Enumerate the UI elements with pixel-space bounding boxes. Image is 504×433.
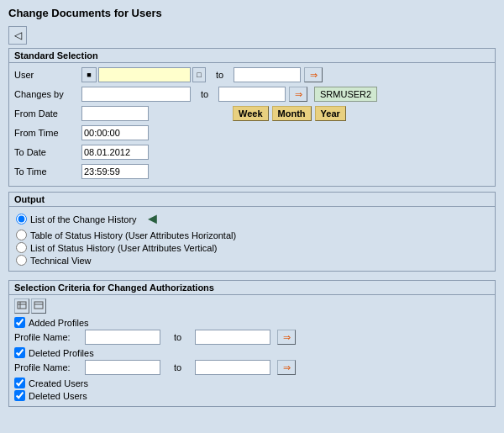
user-copy-button[interactable]: □ xyxy=(192,67,206,82)
deleted-profile-to-label: to xyxy=(167,362,188,372)
to-date-label: To Date xyxy=(14,147,81,157)
criteria-icon-row xyxy=(14,298,490,314)
user-label: User xyxy=(14,70,81,80)
output-label-2: Table of Status History (User Attributes… xyxy=(30,230,236,240)
deleted-profile-name-input[interactable] xyxy=(85,360,160,375)
added-profile-name-input[interactable] xyxy=(85,330,160,345)
deleted-profiles-row: Deleted Profiles xyxy=(14,347,490,358)
deleted-profile-name-label: Profile Name: xyxy=(14,362,81,372)
user-row-right: to ⇒ xyxy=(209,67,323,82)
added-profiles-checkbox[interactable] xyxy=(14,317,25,328)
week-button[interactable]: Week xyxy=(233,106,269,121)
added-profiles-row: Added Profiles xyxy=(14,317,490,328)
changes-by-row-right: to ⇒ SRMUSER2 xyxy=(194,87,377,102)
from-date-input[interactable] xyxy=(81,106,149,121)
user-to-input[interactable] xyxy=(234,67,301,82)
user-input-group: ■ □ xyxy=(81,67,206,82)
criteria-section: Selection Criteria for Changed Authoriza… xyxy=(8,280,496,407)
changes-by-label: Changes by xyxy=(14,89,81,99)
from-time-input[interactable]: 00:00:00 xyxy=(81,125,149,140)
output-radio-2[interactable] xyxy=(16,230,27,240)
changes-by-input[interactable] xyxy=(81,87,191,102)
output-radio-4[interactable] xyxy=(16,255,27,266)
from-time-label: From Time xyxy=(14,128,81,138)
output-label-4: Technical View xyxy=(30,256,92,266)
year-button[interactable]: Year xyxy=(315,106,346,121)
title-text: Change Documents for Users xyxy=(8,7,162,19)
criteria-title: Selection Criteria for Changed Authoriza… xyxy=(9,281,495,295)
added-profile-arrow-button[interactable]: ⇒ xyxy=(277,330,296,345)
changes-by-to-input[interactable] xyxy=(218,87,286,102)
to-date-row: To Date xyxy=(14,144,490,161)
added-profile-to-label: to xyxy=(167,332,188,342)
added-profiles-label: Added Profiles xyxy=(29,318,89,328)
deleted-profiles-label: Deleted Profiles xyxy=(29,348,94,358)
to-time-row: To Time xyxy=(14,163,490,180)
output-option-4: Technical View xyxy=(16,255,488,266)
arrow-indicator: ◄ xyxy=(145,210,160,228)
deleted-profile-name-row: Profile Name: to ⇒ xyxy=(14,360,490,375)
user-row: User ■ □ to ⇒ xyxy=(14,66,490,83)
output-label-1: List of the Change History xyxy=(30,214,137,224)
from-date-btns: Week Month Year xyxy=(233,106,346,121)
deleted-profile-arrow-button[interactable]: ⇒ xyxy=(277,360,296,375)
to-date-input[interactable] xyxy=(81,145,149,160)
back-button[interactable]: ◁ xyxy=(8,26,27,45)
to-time-input[interactable] xyxy=(81,164,149,179)
output-option-1: List of the Change History ◄ xyxy=(16,210,488,228)
to-time-label: To Time xyxy=(14,166,81,177)
deleted-profiles-checkbox[interactable] xyxy=(14,347,25,358)
standard-selection-section: Standard Selection User ■ □ to ⇒ Changes… xyxy=(8,48,496,187)
output-radio-1[interactable] xyxy=(16,214,27,224)
user-to-label: to xyxy=(209,70,230,80)
window-title: Change Documents for Users xyxy=(3,3,501,24)
added-profile-name-to-input[interactable] xyxy=(195,330,270,345)
output-section: Output List of the Change History ◄ Tabl… xyxy=(8,192,496,272)
output-option-2: Table of Status History (User Attributes… xyxy=(16,230,488,240)
changes-by-to-label: to xyxy=(194,89,215,99)
user-multiselect-button[interactable]: ■ xyxy=(81,67,97,82)
month-button[interactable]: Month xyxy=(272,106,312,121)
output-option-3: List of Status History (User Attributes … xyxy=(16,242,488,253)
changes-by-row: Changes by to ⇒ SRMUSER2 xyxy=(14,86,490,103)
srmuser-badge: SRMUSER2 xyxy=(314,87,377,102)
criteria-icon-2[interactable] xyxy=(31,298,46,314)
user-arrow-button[interactable]: ⇒ xyxy=(304,67,323,82)
standard-selection-title: Standard Selection xyxy=(9,49,495,63)
changes-by-arrow-button[interactable]: ⇒ xyxy=(289,87,307,102)
output-title: Output xyxy=(9,193,495,207)
criteria-icon-1[interactable] xyxy=(14,298,29,314)
deleted-users-row: Deleted Users xyxy=(14,390,490,401)
deleted-users-label: Deleted Users xyxy=(29,391,87,401)
created-users-row: Created Users xyxy=(14,378,490,388)
created-users-checkbox[interactable] xyxy=(14,378,25,388)
created-users-label: Created Users xyxy=(29,378,88,388)
added-profile-name-row: Profile Name: to ⇒ xyxy=(14,330,490,345)
svg-rect-0 xyxy=(18,302,26,309)
added-profile-name-label: Profile Name: xyxy=(14,332,81,342)
from-date-row: From Date Week Month Year xyxy=(14,105,490,122)
toolbar: ◁ xyxy=(3,24,501,48)
deleted-profile-name-to-input[interactable] xyxy=(195,360,270,375)
user-input[interactable] xyxy=(98,67,191,82)
from-date-label: From Date xyxy=(14,108,81,119)
svg-rect-3 xyxy=(34,302,43,309)
output-label-3: List of Status History (User Attributes … xyxy=(30,243,218,253)
back-icon: ◁ xyxy=(14,29,22,41)
output-radio-3[interactable] xyxy=(16,242,27,253)
from-time-row: From Time 00:00:00 xyxy=(14,124,490,141)
deleted-users-checkbox[interactable] xyxy=(14,390,25,401)
